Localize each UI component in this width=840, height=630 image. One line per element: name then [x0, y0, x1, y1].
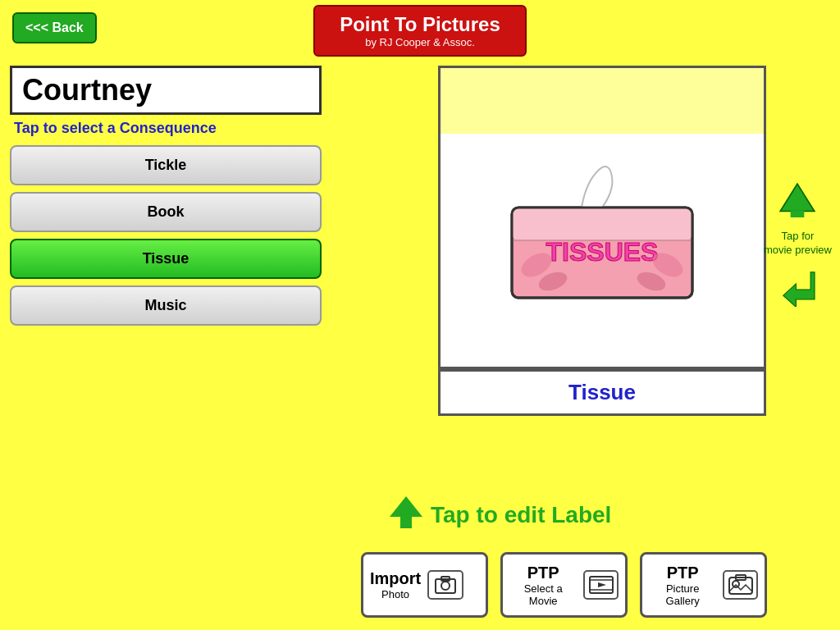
svg-rect-1	[512, 208, 692, 240]
ptp-gallery-icon	[723, 570, 758, 600]
svg-marker-9	[781, 184, 815, 211]
ptp-movie-text: PTP Select a Movie	[509, 564, 577, 607]
ptp-gallery-subtitle: Picture Gallery	[649, 582, 716, 607]
ptp-gallery-title: PTP	[649, 564, 716, 582]
consequence-btn-tickle[interactable]: Tickle	[10, 145, 322, 185]
consequence-list: TickleBookTissueMusic	[10, 145, 322, 326]
image-frame: TISSUES	[438, 66, 766, 369]
app-subtitle: by RJ Cooper & Assoc.	[340, 36, 500, 48]
svg-rect-10	[791, 211, 805, 217]
import-photo-icon	[427, 570, 463, 600]
ptp-gallery-content: PTP Picture Gallery	[649, 564, 758, 607]
tap-consequence-label: Tap to select a Consequence	[10, 120, 322, 137]
left-panel: Courtney Tap to select a Consequence Tic…	[10, 66, 322, 332]
item-label[interactable]: Tissue	[438, 369, 766, 416]
ptp-movie-button[interactable]: PTP Select a Movie	[500, 552, 628, 618]
app-title: Point To Pictures	[340, 13, 500, 36]
svg-text:TISSUES: TISSUES	[546, 237, 659, 267]
ptp-movie-icon	[583, 570, 619, 600]
consequence-btn-music[interactable]: Music	[10, 285, 322, 326]
svg-marker-11	[390, 496, 422, 517]
import-photo-text: Import Photo	[370, 569, 421, 600]
movie-preview-up-arrow[interactable]	[777, 180, 818, 221]
svg-point-14	[441, 582, 450, 590]
import-photo-content: Import Photo	[370, 569, 479, 600]
movie-preview-label: Tap formovie preview	[764, 230, 832, 258]
svg-rect-12	[400, 516, 412, 528]
svg-marker-19	[598, 582, 606, 587]
tap-edit-area[interactable]: Tap to edit Label	[386, 492, 611, 538]
ptp-gallery-text: PTP Picture Gallery	[649, 564, 716, 607]
movie-preview-area: Tap formovie preview	[764, 180, 832, 307]
bottom-buttons: Import Photo PTP Select a Movie	[361, 552, 767, 618]
movie-preview-down-arrow[interactable]	[777, 266, 818, 307]
import-photo-title: Import	[370, 569, 421, 588]
tap-edit-label: Tap to edit Label	[431, 502, 611, 528]
title-box: Point To Pictures by RJ Cooper & Assoc.	[313, 5, 527, 57]
right-panel: TISSUES Tissue	[438, 66, 783, 416]
header: <<< Back Point To Pictures by RJ Cooper …	[0, 0, 840, 62]
ptp-movie-subtitle: Select a Movie	[509, 582, 577, 607]
ptp-movie-content: PTP Select a Movie	[509, 564, 619, 607]
ptp-movie-title: PTP	[509, 564, 577, 582]
import-photo-subtitle: Photo	[370, 588, 421, 600]
consequence-btn-tissue[interactable]: Tissue	[10, 239, 322, 279]
top-stripe	[441, 68, 764, 134]
consequence-btn-book[interactable]: Book	[10, 192, 322, 232]
back-button[interactable]: <<< Back	[12, 12, 97, 43]
ptp-gallery-button[interactable]: PTP Picture Gallery	[640, 552, 767, 618]
tissue-image: TISSUES	[504, 158, 701, 309]
tap-edit-arrow-icon	[386, 492, 427, 538]
user-name: Courtney	[10, 66, 322, 115]
import-photo-button[interactable]: Import Photo	[361, 552, 488, 618]
